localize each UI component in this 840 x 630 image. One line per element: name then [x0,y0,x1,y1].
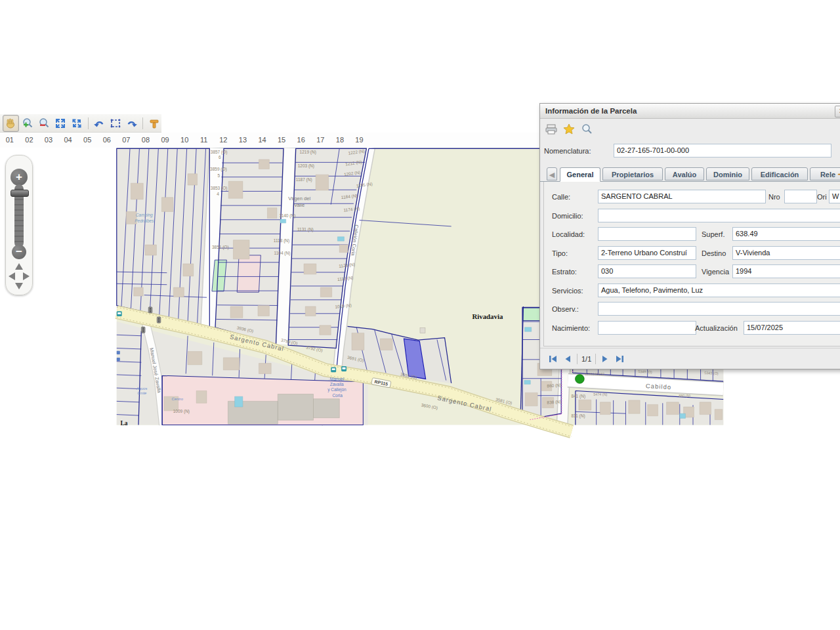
zoom-window-tool-button[interactable] [108,116,123,131]
svg-text:5474 (N): 5474 (N) [593,392,607,396]
svg-text:5349 (O): 5349 (O) [638,369,652,374]
zoom-window-icon [110,117,121,129]
svg-text:Manuel: Manuel [330,377,345,381]
ruler-tick: 01 [0,133,20,148]
superf-field[interactable]: 638.49 [732,227,840,241]
svg-text:Centro: Centro [172,397,184,401]
zoom-in-icon [22,117,33,129]
next-page-button[interactable] [600,354,610,364]
svg-text:1009 (N): 1009 (N) [173,409,190,414]
svg-text:1219 (N): 1219 (N) [300,150,316,155]
svg-text:Coria: Coria [332,393,343,398]
servicios-field[interactable]: Agua, Telefono, Pavimento, Luz [598,284,840,297]
observ-field[interactable] [598,302,840,316]
nro-field[interactable] [784,190,817,203]
svg-text:1203 (N): 1203 (N) [298,163,314,169]
tab-propietarios[interactable]: Propietarios [602,167,663,180]
vigencia-field[interactable]: 1994 [732,264,840,278]
zoom-out-tool-button[interactable] [37,116,52,131]
svg-text:880 (N): 880 (N) [679,394,690,398]
nro-label: Nro [768,193,780,201]
zoom-previous-tool-button[interactable] [53,116,68,131]
svg-text:Aquos: Aquos [136,387,147,390]
svg-text:3853 (O): 3853 (O) [211,186,228,191]
favorite-star-icon[interactable] [563,123,575,135]
search-icon[interactable] [581,123,593,135]
ori-field[interactable]: W [829,190,840,203]
svg-text:Pedralbes: Pedralbes [135,219,154,223]
nomenclatura-field[interactable]: 02-27-165-701-00-000 [614,144,831,158]
dialog-close-button[interactable]: x [835,106,840,117]
tipo-field[interactable]: 2-Terreno Urbano Construí [598,246,696,260]
ruler-tick: 13 [233,133,253,148]
svg-text:1131 (N): 1131 (N) [297,227,314,232]
first-page-button[interactable] [548,354,558,364]
redo-tool-button[interactable] [124,116,139,131]
actualizacion-field[interactable]: 15/07/2025 [744,321,840,335]
svg-text:3851 (O): 3851 (O) [212,245,229,250]
toolbar-separator [88,117,89,129]
print-icon[interactable] [545,123,557,135]
undo-tool-button[interactable] [91,116,106,131]
tipo-label: Tipo: [552,249,568,257]
svg-text:1140 (N): 1140 (N) [280,213,296,219]
superf-label: Superf. [702,230,724,238]
tab-dominio[interactable]: Dominio [706,167,749,180]
svg-text:La: La [121,420,128,427]
nomenclatura-label: Nomenclatura: [544,147,591,155]
tab-edificacion[interactable]: Edificación [751,167,808,180]
ruler-tick: 08 [136,133,156,148]
svg-text:3859 (O): 3859 (O) [210,167,227,172]
svg-text:5: 5 [218,173,220,178]
observ-label: Observ.: [552,305,579,313]
ruler-tick: 02 [20,133,39,148]
zoom-out-button[interactable]: − [12,245,26,259]
ruler-tick: 07 [117,133,136,148]
svg-text:841 (N): 841 (N) [571,394,585,399]
svg-text:4: 4 [217,192,219,196]
last-page-button[interactable] [614,354,625,364]
tab-general[interactable]: General [560,167,600,182]
ori-label: Ori [817,193,827,201]
tab-scroll-right-button[interactable]: ➜ [834,167,840,180]
tab-avaluo[interactable]: Avalúo [665,167,704,180]
zoom-in-button[interactable]: + [10,169,28,186]
field-structure [420,327,425,333]
zoom-full-extent-icon [71,117,83,129]
ruler-tick: 19 [350,133,369,148]
ruler-tick: 10 [175,133,194,148]
nacimiento-field[interactable] [598,321,696,335]
svg-text:6: 6 [219,155,221,159]
parcel-info-dialog: Información de la Parcela x Nomenclatura… [539,103,840,369]
zoom-out-icon [38,117,50,129]
dialog-titlebar[interactable]: Información de la Parcela [540,104,840,119]
svg-text:Camping: Camping [136,213,153,218]
calle-field[interactable]: SARGENTO CABRAL [598,190,766,203]
actualizacion-label: Actualización [695,324,738,332]
previous-page-button[interactable] [562,354,573,364]
page-indicator: 1/1 [581,355,591,363]
svg-text:Cabildo: Cabildo [646,383,672,390]
pan-arrows-icon [7,262,31,291]
ruler-tick: 04 [58,133,78,148]
domicilio-field[interactable] [598,209,840,222]
zoom-full-extent-tool-button[interactable] [70,116,85,131]
toolbar-separator [142,117,143,129]
localidad-field[interactable] [598,227,696,241]
tab-scroll-left-button[interactable]: ◀ [547,167,557,180]
estrato-field[interactable]: 030 [598,264,696,278]
redo-icon [126,117,138,129]
map-zoom-control: + − [5,155,33,295]
zoom-in-tool-button[interactable] [20,116,35,131]
ruler-tick: 17 [311,133,331,148]
destino-field[interactable]: V-Vivienda [732,246,840,260]
zoom-slider-handle[interactable] [10,190,29,197]
pan-pad[interactable] [7,262,31,291]
measure-tool-button[interactable] [146,116,161,131]
destino-label: Destino [702,249,726,257]
selected-point-marker[interactable] [576,375,585,384]
estrato-label: Estrato: [552,268,577,276]
ruler-tick: 16 [291,133,311,148]
svg-text:811 (N): 811 (N) [571,413,585,419]
pan-hand-tool-button[interactable] [3,115,19,132]
